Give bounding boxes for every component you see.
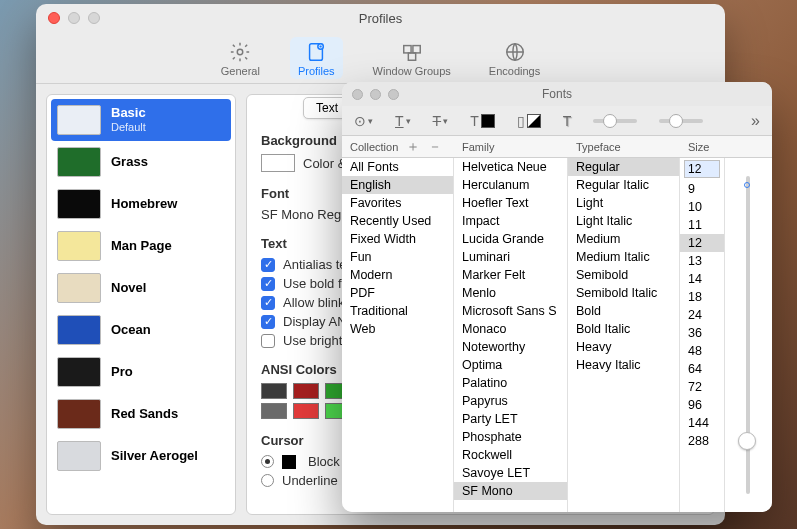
ansi-color-well[interactable] (261, 383, 287, 399)
typeface-item[interactable]: Medium (568, 230, 679, 248)
profile-row-basic[interactable]: BasicDefault (51, 99, 231, 141)
size-item[interactable]: 11 (680, 216, 724, 234)
family-item[interactable]: Party LET (454, 410, 567, 428)
profile-row-silver-aerogel[interactable]: Silver Aerogel (51, 435, 231, 477)
profile-row-homebrew[interactable]: Homebrew (51, 183, 231, 225)
action-menu[interactable]: ⊙▾ (354, 113, 373, 129)
collection-item[interactable]: Favorites (342, 194, 453, 212)
radio[interactable] (261, 474, 274, 487)
profiles-list[interactable]: BasicDefaultGrassHomebrewMan PageNovelOc… (46, 94, 236, 515)
profile-row-ocean[interactable]: Ocean (51, 309, 231, 351)
family-item[interactable]: Monaco (454, 320, 567, 338)
family-item[interactable]: Savoye LET (454, 464, 567, 482)
typeface-item[interactable]: Bold Italic (568, 320, 679, 338)
radio[interactable] (261, 455, 274, 468)
checkbox[interactable]: ✓ (261, 277, 275, 291)
collection-item[interactable]: Fixed Width (342, 230, 453, 248)
collection-item[interactable]: Modern (342, 266, 453, 284)
family-item[interactable]: Luminari (454, 248, 567, 266)
size-item[interactable]: 144 (680, 414, 724, 432)
profiles-titlebar[interactable]: Profiles (36, 4, 725, 32)
size-item[interactable]: 14 (680, 270, 724, 288)
size-item[interactable]: 36 (680, 324, 724, 342)
collection-item[interactable]: All Fonts (342, 158, 453, 176)
collection-list[interactable]: All FontsEnglishFavoritesRecently UsedFi… (342, 158, 454, 512)
size-item[interactable]: 13 (680, 252, 724, 270)
family-item[interactable]: Hoefler Text (454, 194, 567, 212)
ansi-color-well[interactable] (261, 403, 287, 419)
profile-row-pro[interactable]: Pro (51, 351, 231, 393)
remove-collection-button[interactable]: － (428, 138, 442, 156)
shadow-opacity-slider[interactable] (593, 119, 637, 123)
typeface-item[interactable]: Semibold (568, 266, 679, 284)
overflow-button[interactable]: » (751, 112, 760, 130)
text-color-well[interactable]: T (470, 113, 495, 129)
background-color-well[interactable] (261, 154, 295, 172)
add-collection-button[interactable]: ＋ (406, 138, 420, 156)
family-item[interactable]: Marker Felt (454, 266, 567, 284)
size-item[interactable]: 64 (680, 360, 724, 378)
tab-window-groups[interactable]: Window Groups (365, 37, 459, 79)
close-button[interactable] (352, 89, 363, 100)
size-item[interactable]: 9 (680, 180, 724, 198)
checkbox[interactable]: ✓ (261, 296, 275, 310)
family-list[interactable]: Helvetica NeueHerculanumHoefler TextImpa… (454, 158, 568, 512)
family-item[interactable]: SF Mono (454, 482, 567, 500)
family-item[interactable]: Papyrus (454, 392, 567, 410)
typeface-item[interactable]: Medium Italic (568, 248, 679, 266)
size-slider[interactable] (725, 158, 771, 512)
document-color-well[interactable]: ▯ (517, 113, 541, 129)
ansi-color-well[interactable] (293, 403, 319, 419)
underline-menu[interactable]: T▾ (395, 113, 411, 129)
slider-knob[interactable] (738, 432, 756, 450)
checkbox[interactable]: ✓ (261, 258, 275, 272)
size-item[interactable]: 48 (680, 342, 724, 360)
checkbox[interactable]: ✓ (261, 315, 275, 329)
family-item[interactable]: Lucida Grande (454, 230, 567, 248)
typeface-item[interactable]: Heavy (568, 338, 679, 356)
zoom-button[interactable] (88, 12, 100, 24)
fonts-titlebar[interactable]: Fonts (342, 82, 772, 106)
tab-encodings[interactable]: Encodings (481, 37, 548, 79)
close-button[interactable] (48, 12, 60, 24)
profile-row-man-page[interactable]: Man Page (51, 225, 231, 267)
family-item[interactable]: Palatino (454, 374, 567, 392)
typeface-item[interactable]: Bold (568, 302, 679, 320)
tab-profiles[interactable]: Profiles (290, 37, 343, 79)
family-item[interactable]: Herculanum (454, 176, 567, 194)
typeface-item[interactable]: Light Italic (568, 212, 679, 230)
tab-general[interactable]: General (213, 37, 268, 79)
collection-item[interactable]: Traditional (342, 302, 453, 320)
family-item[interactable]: Noteworthy (454, 338, 567, 356)
size-item[interactable]: 12 (680, 234, 724, 252)
family-item[interactable]: Impact (454, 212, 567, 230)
minimize-button[interactable] (370, 89, 381, 100)
family-item[interactable]: Phosphate (454, 428, 567, 446)
family-item[interactable]: Rockwell (454, 446, 567, 464)
size-item[interactable]: 288 (680, 432, 724, 450)
size-item[interactable]: 72 (680, 378, 724, 396)
size-item[interactable]: 18 (680, 288, 724, 306)
typeface-item[interactable]: Semibold Italic (568, 284, 679, 302)
shadow-toggle[interactable]: T (563, 113, 572, 129)
strikethrough-menu[interactable]: T▾ (433, 113, 449, 129)
profile-row-grass[interactable]: Grass (51, 141, 231, 183)
typeface-item[interactable]: Regular (568, 158, 679, 176)
minimize-button[interactable] (68, 12, 80, 24)
size-input[interactable] (684, 160, 720, 178)
size-list[interactable]: 9101112131418243648647296144288 (680, 180, 724, 512)
family-item[interactable]: Microsoft Sans S (454, 302, 567, 320)
family-item[interactable]: Optima (454, 356, 567, 374)
collection-item[interactable]: Fun (342, 248, 453, 266)
size-item[interactable]: 10 (680, 198, 724, 216)
ansi-color-well[interactable] (293, 383, 319, 399)
typeface-item[interactable]: Light (568, 194, 679, 212)
family-item[interactable]: Helvetica Neue (454, 158, 567, 176)
collection-item[interactable]: Web (342, 320, 453, 338)
typeface-item[interactable]: Regular Italic (568, 176, 679, 194)
family-item[interactable]: Menlo (454, 284, 567, 302)
size-item[interactable]: 24 (680, 306, 724, 324)
size-item[interactable]: 96 (680, 396, 724, 414)
collection-item[interactable]: Recently Used (342, 212, 453, 230)
zoom-button[interactable] (388, 89, 399, 100)
